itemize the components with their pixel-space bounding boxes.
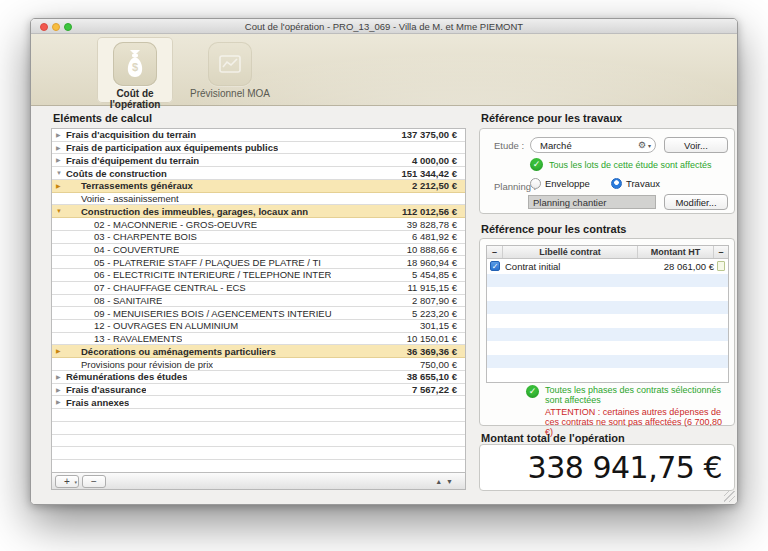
row-label: Frais d'assurance	[52, 384, 146, 395]
check-circle-icon: ✓	[526, 385, 539, 398]
scroll-up-button[interactable]: ▲	[435, 478, 446, 485]
radio-enveloppe[interactable]: Enveloppe	[530, 178, 590, 189]
add-row-button[interactable]: +▾	[55, 475, 79, 488]
table-row[interactable]: ▶Frais d'acquisition du terrain137 375,0…	[52, 129, 465, 142]
modifier-button[interactable]: Modifier...	[664, 194, 728, 210]
etude-selected-value: Marché	[540, 140, 572, 151]
row-label: 02 - MACONNERIE - GROS-OEUVRE	[52, 219, 257, 230]
row-label: 07 - CHAUFFAGE CENTRAL - ECS	[52, 282, 246, 293]
table-row[interactable]: 04 - COUVERTURE10 888,66 €	[52, 244, 465, 257]
row-label: Rémunérations des études	[52, 371, 187, 382]
table-row[interactable]: ▶Frais de participation aux équipements …	[52, 142, 465, 155]
tab-previsionnel-moa[interactable]: Prévisionnel MOA	[187, 37, 273, 103]
table-row[interactable]	[52, 460, 465, 472]
contract-empty-row[interactable]	[487, 301, 728, 315]
table-row[interactable]: 07 - CHAUFFAGE CENTRAL - ECS11 915,15 €	[52, 282, 465, 295]
table-row[interactable]	[52, 447, 465, 460]
table-row[interactable]: ▶Frais d'équipement du terrain4 000,00 €	[52, 154, 465, 167]
table-row[interactable]	[52, 409, 465, 422]
table-row[interactable]: Provisions pour révision de prix750,00 €	[52, 358, 465, 371]
etude-label: Etude :	[494, 140, 524, 151]
disclosure-collapsed-icon[interactable]: ▶	[56, 399, 61, 405]
table-row[interactable]: ▶Rémunérations des études38 655,10 €	[52, 371, 465, 384]
table-row[interactable]: 02 - MACONNERIE - GROS-OEUVRE39 828,78 €	[52, 218, 465, 231]
contracts-status-text: Toutes les phases des contrats sélection…	[545, 385, 723, 405]
screen: Cout de l'opération - PRO_13_069 - Villa…	[0, 0, 768, 551]
contract-empty-row[interactable]	[487, 274, 728, 288]
resize-grip[interactable]	[724, 491, 735, 502]
tab-cout-operation[interactable]: $ Coût de l'opération	[97, 37, 173, 103]
row-amount: 2 212,50 €	[412, 180, 465, 191]
column-header-libelle[interactable]: Libellé contrat	[503, 246, 638, 258]
table-row[interactable]	[52, 422, 465, 435]
contract-row[interactable]: ✓Contrat initial28 061,00 €	[487, 259, 728, 274]
table-row[interactable]: Voirie - assainissement	[52, 193, 465, 206]
tab-label: Coût de l'opération	[97, 88, 173, 110]
disclosure-collapsed-icon[interactable]: ▶	[56, 387, 61, 393]
table-row[interactable]: 12 - OUVRAGES EN ALUMINIUM301,15 €	[52, 320, 465, 333]
table-row[interactable]: ▶Décorations ou aménagements particulier…	[52, 345, 465, 358]
contract-empty-row[interactable]	[487, 314, 728, 328]
disclosure-collapsed-icon[interactable]: ▶	[56, 348, 61, 354]
gear-icon: ⚙	[638, 140, 646, 150]
remove-row-button[interactable]: −	[82, 475, 106, 488]
table-row[interactable]: ▶Frais annexes	[52, 396, 465, 409]
contract-empty-row[interactable]	[487, 287, 728, 301]
planning-field[interactable]: Planning chantier	[528, 195, 656, 209]
contract-checkbox[interactable]: ✓	[490, 261, 500, 271]
table-row[interactable]: ▼Coûts de construction151 344,42 €	[52, 167, 465, 180]
table-row[interactable]: 13 - RAVALEMENTS10 150,01 €	[52, 333, 465, 346]
contract-amount: 28 061,00 €	[644, 261, 714, 272]
contrats-groupbox: – Libellé contrat Montant HT – ✓Contrat …	[479, 238, 735, 426]
travaux-groupbox: Etude : Marché ⚙ ▾ Voir... ✓ Tous les lo…	[479, 128, 735, 214]
disclosure-expanded-icon[interactable]: ▼	[56, 170, 62, 176]
chart-icon	[208, 42, 252, 86]
row-label: Frais de participation aux équipements p…	[52, 142, 278, 153]
column-header-montant[interactable]: Montant HT	[638, 246, 714, 258]
row-label: 12 - OUVRAGES EN ALUMINIUM	[52, 320, 238, 331]
elements-table-footer: +▾ − ▲▼	[51, 473, 466, 490]
disclosure-collapsed-icon[interactable]: ▶	[56, 132, 61, 138]
table-row[interactable]: 09 - MENUISERIES BOIS / AGENCEMENTS INTE…	[52, 307, 465, 320]
disclosure-collapsed-icon[interactable]: ▶	[56, 374, 61, 380]
etude-combobox[interactable]: Marché ⚙ ▾	[530, 137, 656, 153]
table-row[interactable]: ▼Construction des immeubles, garages, lo…	[52, 205, 465, 218]
table-row[interactable]: ▶Frais d'assurance7 567,22 €	[52, 384, 465, 397]
add-dropdown-caret-icon: ▾	[74, 477, 77, 488]
scroll-down-button[interactable]: ▼	[446, 478, 457, 485]
row-amount: 5 454,85 €	[412, 269, 465, 280]
toolbar: $ Coût de l'opération Prévisionnel MOA	[31, 34, 737, 106]
disclosure-expanded-icon[interactable]: ▼	[56, 208, 62, 214]
row-amount: 5 223,20 €	[412, 308, 465, 319]
contract-empty-row[interactable]	[487, 368, 728, 382]
contrats-panel-title: Référence pour les contrats	[481, 223, 627, 235]
table-row[interactable]	[52, 435, 465, 448]
table-row[interactable]: 05 - PLATRERIE STAFF / PLAQUES DE PLATRE…	[52, 256, 465, 269]
row-label: Terrassements généraux	[52, 180, 193, 191]
contract-empty-row[interactable]	[487, 355, 728, 369]
table-row[interactable]: ▶Terrassements généraux2 212,50 €	[52, 180, 465, 193]
row-label: Provisions pour révision de prix	[52, 359, 213, 370]
row-amount: 10 888,66 €	[407, 244, 465, 255]
table-row[interactable]: 08 - SANITAIRE2 807,90 €	[52, 295, 465, 308]
table-row[interactable]: 03 - CHARPENTE BOIS6 481,92 €	[52, 231, 465, 244]
disclosure-collapsed-icon[interactable]: ▶	[56, 183, 61, 189]
contracts-table-header: – Libellé contrat Montant HT –	[487, 246, 728, 259]
contract-empty-row[interactable]	[487, 341, 728, 355]
disclosure-collapsed-icon[interactable]: ▶	[56, 157, 61, 163]
table-row[interactable]: 06 - ELECTRICITE INTERIEURE / TELEPHONE …	[52, 269, 465, 282]
column-header-doc[interactable]: –	[714, 246, 728, 258]
document-icon[interactable]	[717, 261, 725, 271]
row-label: Coûts de construction	[52, 168, 167, 179]
contract-empty-row[interactable]	[487, 328, 728, 342]
row-label: Frais d'acquisition du terrain	[52, 129, 196, 140]
row-label: 09 - MENUISERIES BOIS / AGENCEMENTS INTE…	[52, 308, 332, 319]
travaux-panel-title: Référence pour les travaux	[481, 112, 622, 124]
disclosure-collapsed-icon[interactable]: ▶	[56, 145, 61, 151]
etude-status-text: Tous les lots de cette étude sont affect…	[549, 160, 729, 170]
radio-travaux[interactable]: Travaux	[611, 178, 660, 189]
voir-button[interactable]: Voir...	[664, 137, 728, 153]
column-header-select[interactable]: –	[487, 246, 503, 258]
row-label: 13 - RAVALEMENTS	[52, 333, 182, 344]
radio-label: Travaux	[626, 178, 660, 189]
